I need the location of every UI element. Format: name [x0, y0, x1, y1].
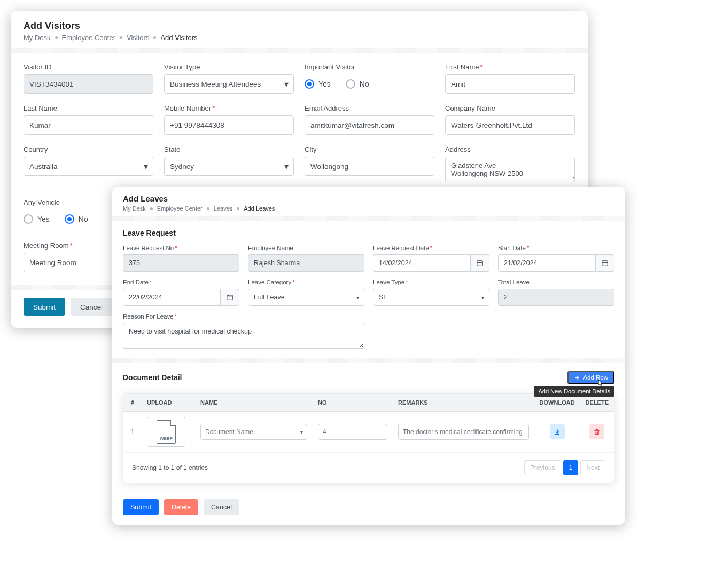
- svg-rect-1: [602, 261, 608, 266]
- file-chip[interactable]: WEBP: [147, 417, 185, 447]
- breadcrumb-item[interactable]: My Desk: [24, 34, 51, 42]
- divider: [112, 358, 625, 363]
- breadcrumb-item-active: Add Leaves: [244, 205, 275, 212]
- table-footer: Showing 1 to 1 of 1 entries Previous 1 N…: [123, 453, 614, 483]
- add-row-button[interactable]: ＋ Add Row: [567, 371, 614, 384]
- trash-icon: [593, 428, 601, 436]
- pager-next[interactable]: Next: [580, 460, 605, 475]
- breadcrumb-separator: [207, 207, 209, 210]
- first-name-label: First Name*: [445, 63, 575, 71]
- employee-name-input[interactable]: [248, 254, 364, 272]
- any-vehicle-no[interactable]: No: [65, 214, 88, 224]
- table-row: 1 WEBP ▾: [123, 412, 614, 453]
- reason-textarea[interactable]: [123, 323, 364, 349]
- breadcrumb: My Desk Employee Center Visitors Add Vis…: [24, 34, 575, 42]
- leave-category-label: Leave Category*: [248, 279, 364, 285]
- submit-button[interactable]: Submit: [123, 499, 159, 515]
- visitor-type-select[interactable]: [164, 74, 294, 94]
- document-name-select[interactable]: [200, 424, 307, 440]
- cell-remarks: [393, 412, 534, 453]
- city-input[interactable]: [305, 157, 434, 176]
- any-vehicle-yes[interactable]: Yes: [24, 214, 50, 224]
- reason-label: Reason For Leave*: [123, 313, 364, 320]
- country-select[interactable]: [24, 157, 153, 176]
- svg-rect-2: [227, 295, 233, 300]
- breadcrumb-separator: [237, 207, 239, 210]
- documents-table-card: # UPLOAD NAME NO REMARKS DOWNLOAD DELETE…: [123, 393, 614, 483]
- breadcrumb-item[interactable]: Visitors: [127, 34, 149, 42]
- radio-icon: [24, 214, 33, 224]
- calendar-icon: [226, 293, 234, 301]
- calendar-button[interactable]: [220, 289, 239, 306]
- breadcrumb-item[interactable]: Employee Center: [157, 205, 203, 212]
- file-icon: WEBP: [157, 420, 176, 444]
- cancel-button[interactable]: Cancel: [71, 298, 112, 316]
- state-select[interactable]: [164, 157, 294, 176]
- address-label: Address: [445, 145, 575, 153]
- section-title: Document Detail: [123, 373, 182, 382]
- th-remarks: REMARKS: [393, 394, 534, 412]
- address-textarea[interactable]: [445, 157, 575, 182]
- pager-page-1[interactable]: 1: [563, 460, 579, 475]
- company-input[interactable]: [445, 115, 575, 135]
- add-leaves-panel: Add Leaves My Desk Employee Center Leave…: [112, 187, 625, 525]
- breadcrumb-separator: [120, 36, 122, 39]
- email-input[interactable]: [305, 115, 434, 135]
- last-name-input[interactable]: [24, 115, 153, 135]
- mobile-number-input[interactable]: [164, 115, 294, 135]
- cell-upload[interactable]: WEBP: [142, 412, 195, 453]
- breadcrumb-item-active: Add Visitors: [160, 34, 197, 42]
- calendar-button[interactable]: [595, 254, 614, 272]
- important-visitor-label: Important Visitor: [305, 63, 434, 71]
- download-button[interactable]: [550, 424, 565, 439]
- request-date-input[interactable]: [373, 254, 470, 272]
- entries-info: Showing 1 to 1 of 1 entries: [132, 464, 208, 471]
- th-name: NAME: [195, 394, 313, 412]
- cell-download: [534, 412, 580, 453]
- leave-request-form: Leave Request Leave Request No* Employee…: [112, 221, 625, 358]
- end-date-input[interactable]: [123, 289, 220, 306]
- breadcrumb-separator: [150, 207, 153, 210]
- leave-type-label: Leave Type*: [373, 279, 489, 285]
- leave-category-select[interactable]: [248, 289, 364, 306]
- page-title: Add Leaves: [123, 194, 614, 203]
- important-visitor-no[interactable]: No: [346, 79, 369, 89]
- breadcrumb-item[interactable]: My Desk: [123, 205, 146, 212]
- document-remarks-input[interactable]: [398, 424, 529, 440]
- start-date-input[interactable]: [498, 254, 595, 272]
- svg-rect-0: [477, 261, 483, 266]
- leave-type-select[interactable]: [373, 289, 489, 306]
- first-name-input[interactable]: [445, 74, 575, 94]
- calendar-icon: [476, 259, 484, 267]
- tooltip: Add New Document Details: [534, 386, 614, 397]
- divider: [112, 216, 625, 221]
- delete-row-button[interactable]: [589, 424, 604, 439]
- end-date-label: End Date*: [123, 279, 239, 285]
- city-label: City: [305, 145, 434, 153]
- visitor-id-input[interactable]: [24, 74, 153, 94]
- submit-button[interactable]: Submit: [24, 298, 65, 316]
- section-title: Leave Request: [123, 229, 614, 237]
- important-visitor-yes[interactable]: Yes: [305, 79, 331, 89]
- breadcrumb-item[interactable]: Employee Center: [62, 34, 115, 42]
- breadcrumb-item[interactable]: Leaves: [214, 205, 232, 212]
- breadcrumb-separator: [153, 36, 156, 39]
- cell-num: 1: [123, 412, 142, 453]
- employee-name-label: Employee Name: [248, 245, 364, 251]
- calendar-icon: [601, 259, 609, 267]
- start-date-label: Start Date*: [498, 245, 614, 251]
- mobile-number-label: Mobile Number*: [164, 104, 294, 112]
- visitor-id-label: Visitor ID: [24, 63, 153, 71]
- cancel-button[interactable]: Cancel: [204, 499, 239, 515]
- pager-prev[interactable]: Previous: [524, 460, 561, 475]
- last-name-label: Last Name: [24, 104, 153, 112]
- request-no-input[interactable]: [123, 254, 239, 272]
- total-leave-label: Total Leave: [498, 279, 614, 285]
- th-no: NO: [313, 394, 393, 412]
- request-date-label: Leave Request Date*: [373, 245, 489, 251]
- radio-checked-icon: [65, 214, 74, 224]
- total-leave-input[interactable]: [498, 289, 614, 306]
- delete-button[interactable]: Delete: [164, 499, 198, 515]
- document-no-input[interactable]: [318, 424, 387, 440]
- calendar-button[interactable]: [470, 254, 489, 272]
